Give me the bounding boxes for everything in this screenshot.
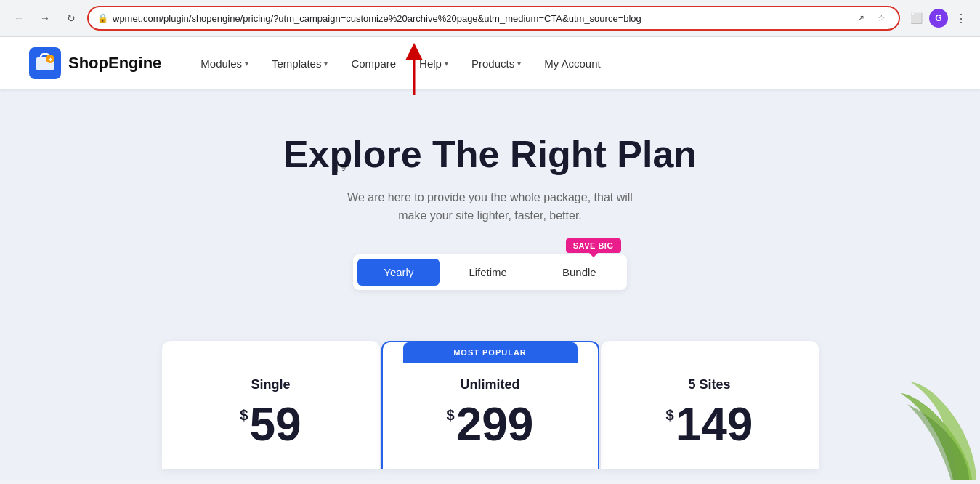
toggle-pills: Yearly Lifetime Bundle [353,254,626,290]
most-popular-bar: MOST POPULAR [403,342,578,363]
nav-item-modules[interactable]: Modules ▾ [190,52,259,76]
bookmark-button[interactable]: ☆ [872,9,890,27]
billing-toggle-container: SAVE BIG Yearly Lifetime Bundle [15,254,965,290]
nav-item-myaccount[interactable]: My Account [534,52,611,76]
products-chevron: ▾ [517,60,521,68]
card-unlimited-price: $ 299 [405,401,576,448]
single-currency: $ [240,407,248,424]
address-bar[interactable]: 🔒 wpmet.com/plugin/shopengine/pricing/?u… [87,6,900,31]
myaccount-label: My Account [544,57,601,70]
logo-icon: ✦ [29,47,61,79]
profile-avatar[interactable]: G [929,9,948,28]
5sites-currency: $ [666,407,674,424]
single-amount: 59 [249,401,301,448]
nav-links: Modules ▾ Templates ▾ Compare Help ▾ Pro… [190,52,951,76]
compare-label: Compare [351,57,396,70]
site-nav: ✦ ShopEngine Modules ▾ Templates ▾ Compa… [0,37,980,89]
templates-label: Templates [272,57,321,70]
share-button[interactable]: ↗ [852,9,870,27]
nav-item-help[interactable]: Help ▾ [409,52,458,76]
refresh-button[interactable]: ↻ [61,8,81,28]
page-content: ✦ ShopEngine Modules ▾ Templates ▾ Compa… [0,37,980,480]
forward-button[interactable]: → [35,8,55,28]
toggle-bundle[interactable]: Bundle [536,259,623,286]
unlimited-amount: 299 [456,401,534,448]
logo-area[interactable]: ✦ ShopEngine [29,47,161,79]
pricing-card-single: Single $ 59 [162,341,380,469]
url-text: wpmet.com/plugin/shopengine/pricing/?utm… [113,13,846,24]
products-label: Products [471,57,514,70]
browser-chrome: ← → ↻ 🔒 wpmet.com/plugin/shopengine/pric… [0,0,980,37]
hero-subtitle: We are here to provide you the whole pac… [338,188,643,225]
leaf-decoration [893,335,980,480]
nav-item-templates[interactable]: Templates ▾ [262,52,338,76]
extensions-button[interactable]: ⬜ [906,8,926,28]
card-single-price: $ 59 [184,401,358,448]
card-single-title: Single [184,377,358,392]
modules-chevron: ▾ [245,60,248,68]
card-unlimited-title: Unlimited [405,377,576,392]
hero-title: Explore The Right Plan [15,133,965,177]
logo-text: ShopEngine [68,54,161,73]
5sites-amount: 149 [676,401,753,448]
pricing-card-5sites: 5 Sites $ 149 [601,341,819,469]
lock-icon: 🔒 [97,13,108,23]
templates-chevron: ▾ [324,60,328,68]
modules-label: Modules [201,57,242,70]
help-chevron: ▾ [445,60,448,68]
pricing-cards-container: Single $ 59 MOST POPULAR Unlimited $ 299… [0,341,980,469]
card-5sites-title: 5 Sites [623,377,797,392]
toggle-yearly[interactable]: Yearly [357,259,440,286]
help-label: Help [419,57,442,70]
pricing-card-unlimited: MOST POPULAR Unlimited $ 299 [381,341,599,469]
menu-button[interactable]: ⋮ [951,8,971,28]
toggle-lifetime[interactable]: Lifetime [442,259,533,286]
nav-item-products[interactable]: Products ▾ [461,52,531,76]
unlimited-currency: $ [447,407,455,424]
save-big-badge: SAVE BIG [566,238,621,253]
hero-section: Explore The Right Plan We are here to pr… [0,89,980,341]
back-button[interactable]: ← [9,8,29,28]
svg-text:✦: ✦ [48,57,53,63]
nav-item-compare[interactable]: Compare [341,52,406,76]
card-5sites-price: $ 149 [623,401,797,448]
